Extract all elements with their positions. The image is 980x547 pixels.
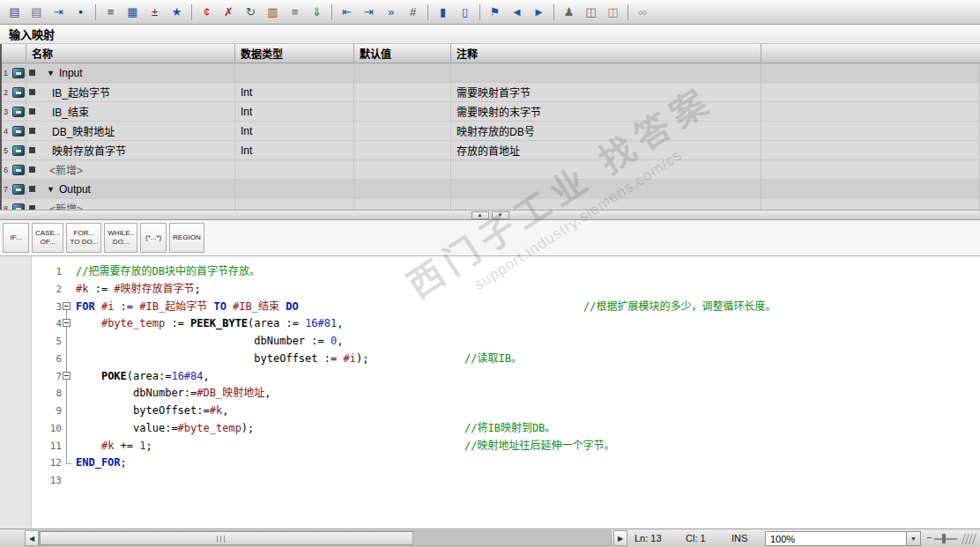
- fold-collapse-icon[interactable]: [63, 302, 71, 310]
- stop-monitoring-icon[interactable]: ✗: [219, 3, 239, 22]
- table-row[interactable]: 5映射存放首字节Int存放的首地址: [2, 141, 980, 160]
- refresh-icon[interactable]: ↻: [241, 3, 261, 22]
- snippet-tab[interactable]: (*...*): [140, 223, 167, 253]
- goto-bookmark-icon[interactable]: ⚑: [485, 3, 505, 22]
- zoom-slider-track[interactable]: [934, 538, 957, 540]
- edit-favorites-icon[interactable]: ★: [167, 3, 187, 22]
- default-value-cell[interactable]: [354, 63, 451, 82]
- snippet-tab[interactable]: CASE...OF...: [32, 223, 63, 253]
- symbol-overview-icon[interactable]: ▦: [122, 3, 143, 22]
- snippet-tab[interactable]: WHILE..DO...: [104, 223, 137, 253]
- clear-monitoring-icon[interactable]: ¢: [197, 3, 217, 22]
- call-hierarchy-icon[interactable]: ♟: [559, 3, 579, 22]
- call-structure-icon[interactable]: ≡: [285, 3, 305, 22]
- code-line[interactable]: dbNumber := 0,: [76, 333, 980, 351]
- hscroll-left-button[interactable]: ◀: [25, 530, 39, 546]
- zoom-out-icon[interactable]: −: [926, 532, 932, 543]
- table-row[interactable]: 6<新增>: [2, 160, 980, 180]
- code-line[interactable]: FOR #i := #IB_起始字节 TO #IB_结束 DO//根据扩展模块的…: [76, 299, 980, 316]
- default-value-cell[interactable]: [354, 83, 451, 101]
- code-line[interactable]: #k := #映射存放首字节;: [76, 281, 980, 299]
- default-value-cell[interactable]: [354, 199, 451, 210]
- next-bookmark-icon[interactable]: ►: [529, 3, 549, 22]
- code-line[interactable]: #byte_temp := PEEK_BYTE(area := 16#81,: [76, 315, 980, 333]
- monitoring-glasses-icon[interactable]: ∞: [633, 3, 653, 22]
- resize-grip[interactable]: [961, 534, 975, 544]
- name-cell[interactable]: ▼Input: [26, 63, 235, 82]
- set-bookmark-icon[interactable]: ▮: [433, 3, 453, 22]
- expand-down-button[interactable]: ▼: [492, 211, 509, 219]
- table-row[interactable]: 7▼Output: [2, 180, 980, 199]
- column-header[interactable]: 数据类型: [235, 44, 354, 63]
- name-cell[interactable]: IB_结束: [26, 102, 235, 121]
- code-text-area[interactable]: //把需要存放的DB块中的首字节存放。#k := #映射存放首字节;FOR #i…: [76, 263, 980, 490]
- default-value-cell[interactable]: [354, 180, 451, 198]
- code-line[interactable]: [76, 472, 980, 490]
- column-header[interactable]: 名称: [26, 44, 235, 63]
- add-source-icon[interactable]: ▤: [4, 3, 25, 22]
- name-cell[interactable]: 映射存放首字节: [26, 141, 235, 159]
- datatype-cell[interactable]: [235, 63, 354, 82]
- previous-bookmark-icon[interactable]: ◄: [507, 3, 527, 22]
- comment-cell[interactable]: 存放的首地址: [451, 141, 761, 159]
- code-line[interactable]: #k += 1;//映射地址往后延伸一个字节。: [76, 438, 980, 455]
- snapshot-values-icon[interactable]: ±: [145, 3, 165, 22]
- table-row[interactable]: 1▼Input: [2, 63, 980, 83]
- datatype-cell[interactable]: Int: [235, 83, 354, 101]
- decrease-indent-icon[interactable]: ⇤: [337, 3, 357, 22]
- default-value-cell[interactable]: [354, 160, 451, 179]
- absolute-operands-icon[interactable]: ≡: [100, 3, 121, 22]
- increase-indent-icon[interactable]: ⇥: [359, 3, 379, 22]
- cross-reference-icon[interactable]: ◫: [581, 3, 601, 22]
- chevron-down-icon[interactable]: ▼: [906, 532, 920, 545]
- datatype-cell[interactable]: [235, 199, 354, 210]
- datatype-cell[interactable]: Int: [235, 102, 354, 121]
- column-header[interactable]: 默认值: [354, 44, 451, 63]
- fold-collapse-icon[interactable]: [63, 372, 71, 380]
- datatype-cell[interactable]: Int: [235, 141, 354, 159]
- code-line[interactable]: dbNumber:=#DB_映射地址,: [76, 385, 980, 403]
- hscroll-right-button[interactable]: ▶: [613, 530, 627, 546]
- default-value-cell[interactable]: [354, 102, 451, 121]
- datatype-cell[interactable]: Int: [235, 122, 354, 140]
- name-cell[interactable]: <新增>: [26, 160, 235, 179]
- snippet-tab[interactable]: FOR...TO DO...: [66, 223, 101, 253]
- datatype-cell[interactable]: [235, 160, 354, 179]
- expander-icon[interactable]: ▼: [47, 185, 55, 194]
- scl-code-editor[interactable]: 12345678910111213 //把需要存放的DB块中的首字节存放。#k …: [32, 256, 980, 529]
- expander-icon[interactable]: ▼: [47, 69, 55, 78]
- format-source-icon[interactable]: »: [381, 3, 401, 22]
- fold-collapse-icon[interactable]: [63, 319, 71, 327]
- zoom-combobox[interactable]: 100% ▼: [765, 531, 921, 546]
- table-row[interactable]: 3IB_结束Int需要映射的末字节: [2, 102, 980, 122]
- comment-cell[interactable]: 映射存放的DB号: [451, 122, 761, 140]
- comment-cell[interactable]: 需要映射首字节: [451, 83, 761, 101]
- collapse-up-button[interactable]: ▲: [471, 211, 489, 219]
- renumber-icon[interactable]: #: [403, 3, 423, 22]
- default-value-cell[interactable]: [354, 122, 451, 140]
- column-header[interactable]: 注释: [451, 44, 761, 63]
- table-row[interactable]: 8<新增>: [2, 199, 980, 210]
- code-line[interactable]: END_FOR;: [76, 455, 980, 472]
- cross-reference-list-icon[interactable]: ◫: [603, 3, 623, 22]
- comment-cell[interactable]: 需要映射的末字节: [451, 102, 761, 121]
- import-export-source-icon[interactable]: ⇥: [48, 3, 69, 22]
- horizontal-scrollbar[interactable]: [39, 530, 612, 546]
- name-cell[interactable]: ▼Output: [26, 180, 235, 198]
- horizontal-scrollbar-thumb[interactable]: [40, 531, 413, 545]
- code-line[interactable]: value:=#byte_temp);//将IB映射到DB。: [76, 420, 980, 438]
- table-editor-splitter[interactable]: ▲ ▼: [0, 210, 980, 220]
- name-cell[interactable]: DB_映射地址: [26, 122, 235, 140]
- code-line[interactable]: byteOffset := #i);//读取IB。: [76, 351, 980, 368]
- datatype-cell[interactable]: [235, 180, 354, 198]
- open-source-icon[interactable]: ▤: [26, 3, 47, 22]
- name-cell[interactable]: <新增>: [26, 199, 235, 210]
- compile-icon[interactable]: ⇓: [307, 3, 327, 22]
- name-cell[interactable]: IB_起始字节: [26, 83, 235, 101]
- code-line[interactable]: POKE(area:=16#84,: [76, 368, 980, 386]
- code-line[interactable]: byteOffset:=#k,: [76, 403, 980, 420]
- default-value-cell[interactable]: [354, 141, 451, 159]
- table-row[interactable]: 4DB_映射地址Int映射存放的DB号: [2, 122, 980, 141]
- comment-cell[interactable]: [451, 199, 761, 210]
- table-row[interactable]: 2IB_起始字节Int需要映射首字节: [2, 83, 980, 102]
